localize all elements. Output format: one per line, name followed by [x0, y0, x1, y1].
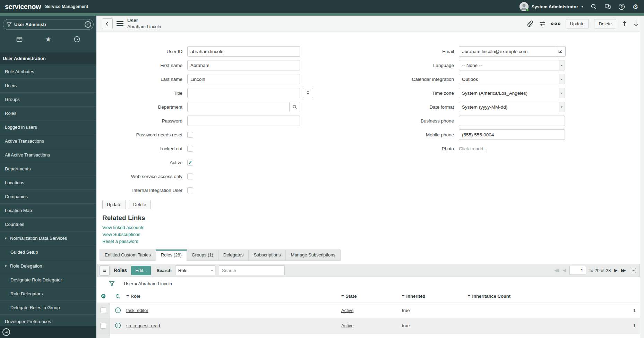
business-phone-field[interactable]	[459, 116, 565, 126]
back-button[interactable]	[102, 18, 113, 29]
first-page-icon[interactable]: ◀◀	[554, 268, 559, 272]
sidebar-group-normalization-data-services[interactable]: ▼Normalization Data Services	[0, 231, 96, 245]
navigator-filter-input[interactable]	[14, 22, 82, 27]
search-column-select[interactable]: Role▼	[175, 265, 215, 275]
filter-condition[interactable]: User = Abraham Lincoln	[124, 281, 172, 286]
edit-roles-button[interactable]: Edit...	[131, 266, 151, 275]
collapse-navigator-button[interactable]: ◀	[2, 328, 10, 336]
attachment-paperclip-icon[interactable]	[527, 20, 534, 27]
sidebar-item-role-delegators[interactable]: Role Delegators	[0, 287, 96, 301]
update-button[interactable]: Update	[566, 19, 589, 28]
role-link[interactable]: sn_request_read	[126, 323, 160, 328]
user-menu[interactable]: System Administrator ▼	[520, 2, 584, 11]
gear-icon[interactable]: ⚙	[632, 3, 639, 10]
search-icon[interactable]	[590, 3, 598, 10]
active-checkbox[interactable]	[187, 160, 193, 166]
sidebar-item-countries[interactable]: Countries	[0, 217, 96, 231]
previous-record-icon[interactable]	[621, 20, 628, 27]
sidebar-item-roles[interactable]: Roles	[0, 106, 96, 120]
role-link[interactable]: task_editor	[126, 308, 148, 313]
update-button-bottom[interactable]: Update	[102, 200, 126, 209]
column-header-inheritance-count[interactable]: ≡Inheritance Count	[468, 290, 640, 303]
sidebar-item-designate-role-delegator[interactable]: Designate Role Delegator	[0, 273, 96, 287]
filter-funnel-icon[interactable]	[109, 281, 115, 287]
form-column-left: User ID First name Last name Title Depar…	[96, 44, 370, 197]
calendar-integration-select[interactable]: Outlook▼	[459, 74, 565, 84]
tab-groups[interactable]: Groups (1)	[187, 250, 218, 261]
record-preview-icon[interactable]	[110, 303, 126, 318]
first-name-field[interactable]	[187, 60, 300, 70]
sidebar-group-role-delegation[interactable]: ▼Role Delegation	[0, 259, 96, 273]
last-name-field[interactable]	[187, 74, 300, 84]
state-link[interactable]: Active	[341, 323, 353, 328]
password-needs-reset-checkbox[interactable]	[187, 132, 193, 138]
sidebar-item-logged-in-users[interactable]: Logged in users	[0, 120, 96, 134]
last-page-icon[interactable]: ▶▶	[621, 268, 626, 272]
tab-delegates[interactable]: Delegates	[218, 250, 249, 261]
search-row-icon[interactable]	[110, 290, 126, 303]
sidebar-item-role-attributes[interactable]: Role Attributes	[0, 65, 96, 78]
personalize-list-gear-icon[interactable]: ⚙	[97, 290, 110, 303]
favorites-icon[interactable]: ★	[44, 35, 52, 43]
locked-out-checkbox[interactable]	[187, 146, 193, 152]
more-options-icon[interactable]	[551, 23, 560, 25]
language-select[interactable]: -- None --▼	[459, 60, 565, 70]
sidebar-item-delegate-roles-in-group[interactable]: Delegate Roles in Group	[0, 301, 96, 314]
photo-click-to-add[interactable]: Click to add...	[459, 146, 487, 151]
internal-integration-user-checkbox[interactable]	[187, 187, 193, 193]
column-header-role[interactable]: ≡Role	[126, 290, 341, 303]
tab-subscriptions[interactable]: Subscriptions	[248, 250, 285, 261]
help-icon[interactable]: ?	[618, 3, 625, 10]
page-number-input[interactable]	[569, 266, 586, 275]
clear-filter-icon[interactable]: ×	[85, 21, 91, 28]
department-field[interactable]	[187, 102, 290, 112]
list-context-menu-icon[interactable]: ≡	[100, 265, 110, 276]
column-header-state[interactable]: ≡State	[341, 290, 402, 303]
record-preview-icon[interactable]	[110, 318, 126, 333]
delete-button-bottom[interactable]: Delete	[129, 200, 151, 209]
password-field[interactable]	[187, 116, 300, 126]
sidebar-item-location-map[interactable]: Location Map	[0, 203, 96, 217]
row-checkbox[interactable]	[100, 307, 106, 313]
column-header-inherited[interactable]: ≡Inherited	[402, 290, 468, 303]
sidebar-item-user-administration[interactable]: User Administration	[0, 52, 96, 65]
mobile-phone-field[interactable]	[459, 129, 565, 140]
scrollbar-track[interactable]	[640, 16, 644, 338]
user-id-field[interactable]	[187, 46, 300, 57]
email-field[interactable]	[459, 46, 555, 57]
sidebar-item-locations[interactable]: Locations	[0, 176, 96, 189]
row-checkbox[interactable]	[100, 323, 106, 329]
link-view-subscriptions[interactable]: View Subscriptions	[102, 232, 644, 237]
personalize-form-icon[interactable]	[539, 20, 546, 27]
state-link[interactable]: Active	[341, 308, 353, 313]
sidebar-item-departments[interactable]: Departments	[0, 162, 96, 176]
history-icon[interactable]	[73, 35, 81, 43]
sidebar-item-guided-setup[interactable]: Guided Setup	[0, 245, 96, 259]
sidebar-item-companies[interactable]: Companies	[0, 189, 96, 203]
sidebar-item-users[interactable]: Users	[0, 78, 96, 92]
date-format-select[interactable]: System (yyyy-MM-dd)▼	[459, 102, 565, 112]
sidebar-item-active-transactions[interactable]: Active Transactions	[0, 134, 96, 148]
title-field[interactable]	[187, 88, 300, 98]
previous-page-icon[interactable]: ◀	[563, 268, 566, 272]
suggestion-lightbulb-icon[interactable]	[303, 88, 313, 98]
tab-entitled-custom-tables[interactable]: Entitled Custom Tables	[100, 250, 156, 261]
tab-roles[interactable]: Roles (28)	[156, 250, 187, 261]
tab-manage-subscriptions[interactable]: Manage Subscriptions	[285, 250, 341, 261]
collapse-list-icon[interactable]: −	[631, 268, 636, 273]
list-search-input[interactable]	[219, 265, 285, 275]
form-context-menu-icon[interactable]	[117, 21, 123, 26]
time-zone-select[interactable]: System (America/Los_Angeles)▼	[459, 88, 565, 98]
link-reset-a-password[interactable]: Reset a password	[102, 239, 644, 244]
delete-button[interactable]: Delete	[594, 19, 616, 28]
next-record-icon[interactable]	[633, 20, 639, 27]
department-lookup-icon[interactable]	[290, 102, 300, 112]
sidebar-item-groups[interactable]: Groups	[0, 92, 96, 106]
web-service-access-only-checkbox[interactable]	[187, 174, 193, 179]
email-envelope-icon[interactable]: ✉	[555, 46, 566, 57]
link-view-linked-accounts[interactable]: View linked accounts	[102, 225, 644, 230]
sidebar-item-all-active-transactions[interactable]: All Active Transactions	[0, 148, 96, 162]
next-page-icon[interactable]: ▶	[614, 268, 617, 272]
chat-icon[interactable]	[604, 3, 611, 10]
all-applications-icon[interactable]	[16, 35, 23, 43]
